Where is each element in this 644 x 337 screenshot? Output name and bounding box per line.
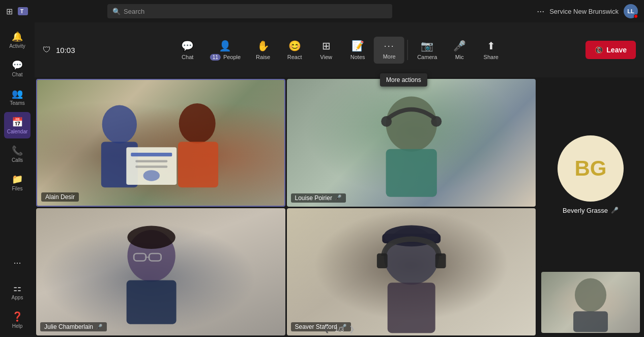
toolbar-left: 🛡 10:03 (43, 45, 75, 54)
video-bg-alain (37, 80, 284, 206)
people-btn-icon: 👤 (219, 40, 231, 52)
sidebar-item-label: Teams (10, 100, 24, 106)
activity-icon: 🔔 (12, 31, 23, 42)
svg-point-4 (179, 103, 216, 144)
leave-button[interactable]: 📵 Leave (586, 41, 636, 59)
sidebar-item-label: Calendar (7, 129, 28, 134)
people-button[interactable]: 👤 11 People (204, 36, 247, 64)
pagination: ❮ 1/3 ❯ (324, 325, 355, 333)
view-btn-icon: ⊞ (322, 40, 331, 52)
status-dot (634, 14, 638, 18)
mic-btn-label: Mic (455, 54, 464, 60)
participant-silhouette (37, 80, 284, 206)
grid-icon[interactable]: ⊞ (6, 7, 13, 16)
shield-icon: 🛡 (43, 45, 51, 54)
participant-name-louise: Louise Poirier 🎤 (291, 193, 346, 203)
mic-btn-icon: 🎤 (453, 40, 466, 52)
sidebar-item-label: Files (12, 186, 22, 191)
react-button[interactable]: 😊 React (279, 36, 310, 64)
help-icon: ❓ (12, 311, 23, 322)
main-layout: 🔔 Activity 💬 Chat 👥 Teams 📅 Calendar 📞 C… (0, 22, 644, 337)
video-grid: Alain Desir (35, 77, 537, 337)
user-avatar[interactable]: LL (624, 4, 638, 18)
search-box[interactable]: 🔍 Search (107, 4, 392, 18)
sidebar-item-chat[interactable]: 💬 Chat (4, 55, 31, 81)
more-button[interactable]: ··· More (374, 37, 404, 64)
sidebar-item-calendar[interactable]: 📅 Calendar (4, 112, 31, 138)
video-cell-julie: Julie Chamberlain 🎤 (36, 208, 285, 336)
teams-logo: T (17, 5, 29, 17)
louise-mic-icon: 🎤 (335, 194, 342, 201)
beverly-mic-icon: 🎤 (611, 207, 619, 214)
svg-point-12 (381, 116, 392, 127)
toolbar-center: 💬 Chat 👤 11 People ✋ Raise 😊 React (172, 36, 507, 64)
right-panel: BG Beverly Grasse 🎤 (537, 77, 644, 337)
video-cell-louise: Louise Poirier 🎤 (287, 79, 536, 207)
raise-button[interactable]: ✋ Raise (248, 36, 278, 64)
svg-point-2 (102, 105, 137, 144)
meeting-time: 10:03 (56, 46, 75, 54)
mic-button[interactable]: 🎤 Mic (444, 36, 475, 64)
notes-button[interactable]: 📝 Notes (342, 36, 373, 64)
raise-btn-label: Raise (256, 54, 270, 60)
more-btn-icon: ··· (384, 41, 395, 51)
title-more-button[interactable]: ··· (537, 6, 544, 17)
meeting-area: 🛡 10:03 💬 Chat 👤 11 People ✋ Rais (35, 22, 644, 337)
alain-name-label: Alain Desir (45, 193, 75, 201)
participant-silhouette (36, 208, 285, 336)
search-icon: 🔍 (112, 8, 121, 15)
share-btn-label: Share (484, 54, 499, 60)
svg-rect-9 (135, 165, 167, 167)
sidebar-item-files[interactable]: 📁 Files (4, 169, 31, 195)
sidebar-item-label: Activity (9, 43, 25, 49)
view-button[interactable]: ⊞ View (311, 36, 341, 64)
pagination-next[interactable]: ❯ (349, 325, 355, 333)
camera-button[interactable]: 📷 Camera (411, 36, 443, 64)
react-btn-icon: 😊 (288, 40, 301, 52)
svg-rect-28 (573, 311, 608, 332)
chat-btn-label: Chat (182, 54, 193, 60)
chat-button[interactable]: 💬 Chat (172, 36, 203, 64)
sidebar-item-label: Calls (12, 157, 23, 163)
sidebar-item-activity[interactable]: 🔔 Activity (4, 26, 31, 53)
more-icon: ··· (13, 258, 21, 268)
julie-name-label: Julie Chamberlain (44, 323, 93, 330)
sidebar-item-help[interactable]: ❓ Help (4, 306, 31, 333)
people-btn-label: 11 People (210, 54, 241, 60)
sidebar-item-more[interactable]: ··· (4, 249, 31, 276)
video-bg-louise (287, 79, 536, 207)
leave-phone-icon: 📵 (595, 46, 603, 54)
title-bar: ⊞ T 🔍 Search ··· Service New Brunswick L… (0, 0, 644, 22)
participant-silhouette (287, 79, 536, 207)
divider (407, 40, 408, 60)
small-video-bg (541, 272, 640, 333)
pagination-prev[interactable]: ❮ (324, 325, 330, 333)
meeting-toolbar: 🛡 10:03 💬 Chat 👤 11 People ✋ Rais (35, 22, 644, 77)
calls-icon: 📞 (12, 145, 23, 156)
video-bg-seaver (287, 208, 536, 336)
svg-rect-7 (131, 153, 172, 156)
participant-name-julie: Julie Chamberlain 🎤 (40, 322, 107, 331)
files-icon: 📁 (12, 174, 23, 185)
louise-name-label: Louise Poirier (295, 194, 332, 202)
share-btn-icon: ⬆ (487, 40, 495, 52)
svg-point-10 (143, 170, 160, 181)
notes-btn-icon: 📝 (352, 40, 364, 52)
sidebar-item-teams[interactable]: 👥 Teams (4, 83, 31, 110)
sidebar-item-apps[interactable]: ⚏ Apps (4, 278, 31, 304)
leave-btn-label: Leave (606, 46, 627, 54)
sidebar-item-calls[interactable]: 📞 Calls (4, 141, 31, 167)
share-button[interactable]: ⬆ Share (476, 36, 506, 64)
video-grid-wrapper: Alain Desir (35, 77, 644, 337)
small-video-card (541, 272, 640, 333)
view-btn-label: View (320, 54, 332, 60)
julie-mic-icon: 🎤 (96, 324, 103, 330)
more-actions-tooltip: More actions (380, 73, 427, 87)
svg-rect-26 (387, 283, 435, 333)
svg-rect-8 (135, 160, 167, 162)
camera-btn-icon: 📷 (421, 40, 433, 52)
video-cell-alain: Alain Desir (36, 79, 285, 207)
small-participant-silhouette (541, 272, 640, 333)
teams-icon: 👥 (12, 88, 23, 99)
chat-btn-icon: 💬 (181, 40, 194, 52)
